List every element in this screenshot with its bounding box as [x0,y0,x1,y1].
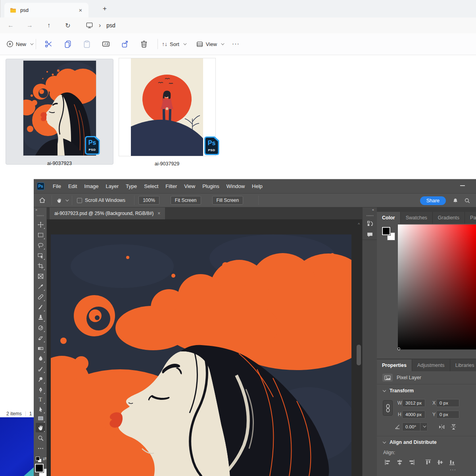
open-document-canvas[interactable] [51,234,351,476]
menu-select[interactable]: Select [140,183,162,189]
view-button[interactable]: View [196,37,223,51]
link-dimensions-button[interactable] [383,400,393,416]
menu-edit[interactable]: Edit [65,183,81,189]
history-brush-tool[interactable] [36,323,45,332]
menu-file[interactable]: File [49,183,65,189]
document-tab[interactable]: ai-9037923.psd @ 25% (Background, RGB/8#… [50,207,165,219]
blur-tool[interactable] [36,353,45,363]
tab-libraries[interactable]: Libraries [450,359,476,371]
path-selection-tool[interactable] [36,404,45,414]
tab-swatches[interactable]: Swatches [401,212,433,224]
share-button[interactable]: Share [420,196,446,205]
align-vertical-centers-button[interactable] [436,458,444,466]
panel-more-options[interactable]: ··· [450,466,456,472]
width-input[interactable]: 3012 px [402,399,425,407]
canvas-scrollbar-thumb[interactable] [357,345,361,365]
hand-tool-preset[interactable] [56,198,68,203]
breadcrumb-location[interactable]: psd [106,22,115,29]
swap-colors-icon[interactable]: ⇄ [43,456,46,461]
zoom-100-button[interactable]: 100% [138,196,159,205]
more-options-button[interactable]: ··· [232,37,240,51]
comments-panel-button[interactable] [365,230,375,240]
zoom-tool[interactable] [36,433,45,443]
home-button[interactable] [37,197,48,203]
brush-tool[interactable] [36,302,45,312]
move-tool[interactable] [36,220,45,229]
menu-filter[interactable]: Filter [162,183,180,189]
panel-collapse-icon[interactable]: « [372,208,374,212]
tab-gradients[interactable]: Gradients [433,212,465,224]
spot-healing-brush-tool[interactable] [36,292,45,301]
new-button[interactable]: New [6,37,33,51]
tab-properties[interactable]: Properties [377,359,412,371]
align-bottom-edges-button[interactable] [447,458,456,466]
menu-image[interactable]: Image [81,183,102,189]
x-input[interactable]: 0 px [436,399,459,407]
scroll-up-arrow[interactable]: ^ [358,223,360,227]
foreground-color-swatch[interactable] [382,227,390,235]
minimize-button[interactable] [460,185,465,186]
gradient-tool[interactable] [36,344,45,353]
foreground-background-swatches[interactable] [35,464,47,476]
tools-grip[interactable] [36,215,44,217]
align-right-edges-button[interactable] [407,458,416,466]
pen-tool[interactable] [36,385,45,394]
menu-view[interactable]: View [180,183,199,189]
color-picker-indicator[interactable] [397,347,400,350]
tools-expand-icon[interactable]: » [35,208,38,212]
edit-toolbar-button[interactable] [36,443,45,453]
menu-help[interactable]: Help [248,183,266,189]
rectangle-tool[interactable] [36,413,45,423]
align-section-header[interactable]: Align and Distribute [377,440,437,445]
lasso-tool[interactable] [36,240,45,250]
document-close-icon[interactable]: × [157,211,160,216]
frame-tool[interactable] [36,271,45,281]
angle-dropdown[interactable] [420,423,427,431]
sort-button[interactable]: ↑↓ Sort [162,37,186,51]
crop-tool[interactable] [36,261,45,271]
default-colors-button[interactable] [36,457,43,463]
tab-patterns[interactable]: Patterns [465,212,476,224]
tab-color[interactable]: Color [377,212,401,224]
menu-type[interactable]: Type [122,183,140,189]
copy-button[interactable] [60,37,76,51]
refresh-icon[interactable]: ↻ [61,22,75,29]
cut-button[interactable] [41,37,57,51]
menu-window[interactable]: Window [223,183,248,189]
object-selection-tool[interactable] [36,251,45,260]
file-tile-ai-9037923[interactable]: Ps PSD ai-9037923 [6,59,113,165]
flip-vertical-button[interactable] [450,423,457,430]
eyedropper-tool[interactable] [36,282,45,291]
fit-screen-button[interactable]: Fit Screen [171,196,201,205]
fill-screen-button[interactable]: Fill Screen [212,196,244,205]
height-input[interactable]: 4000 px [402,411,425,418]
rename-button[interactable]: A [98,37,114,51]
scroll-all-windows-checkbox[interactable] [77,198,82,203]
paste-button[interactable] [79,37,95,51]
forward-icon[interactable]: → [23,22,36,29]
align-left-edges-button[interactable] [383,458,392,466]
delete-button[interactable] [136,37,152,51]
clone-stamp-tool[interactable] [36,313,45,322]
hand-tool[interactable] [36,423,45,432]
back-icon[interactable]: ← [4,22,17,29]
new-tab-button[interactable]: + [103,5,107,13]
history-panel-button[interactable] [365,219,375,228]
dodge-tool[interactable] [36,374,45,384]
align-horizontal-centers-button[interactable] [395,458,404,466]
flip-horizontal-button[interactable] [438,423,445,430]
file-tile-ai-9037929[interactable]: Ps PSD ai-9037929 [117,57,217,165]
breadcrumb[interactable]: › psd [86,22,115,29]
up-icon[interactable]: ↑ [42,22,56,29]
y-input[interactable]: 0 px [436,411,459,418]
transform-section-header[interactable]: Transform [377,388,414,393]
smudge-tool[interactable] [36,364,45,373]
align-top-edges-button[interactable] [424,458,432,466]
search-icon[interactable] [464,198,470,204]
notifications-bell-icon[interactable] [452,198,459,204]
explorer-tab[interactable]: psd × [4,3,88,17]
rotation-angle-input[interactable]: 0.00° [402,422,428,431]
tab-close-icon[interactable]: × [77,7,84,13]
share-button-explorer[interactable] [117,37,133,51]
tab-adjustments[interactable]: Adjustments [412,359,450,371]
